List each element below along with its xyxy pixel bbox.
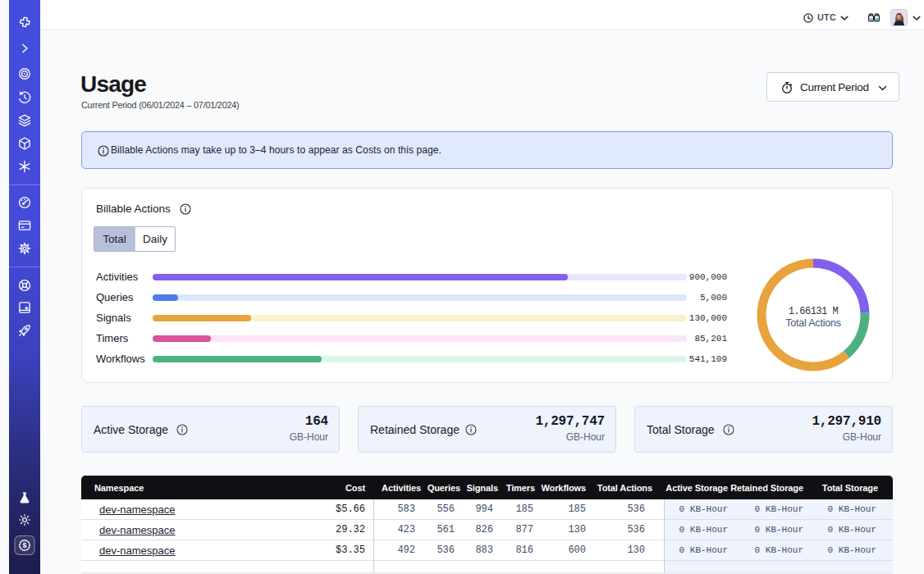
svg-text:$: $ xyxy=(23,541,27,549)
